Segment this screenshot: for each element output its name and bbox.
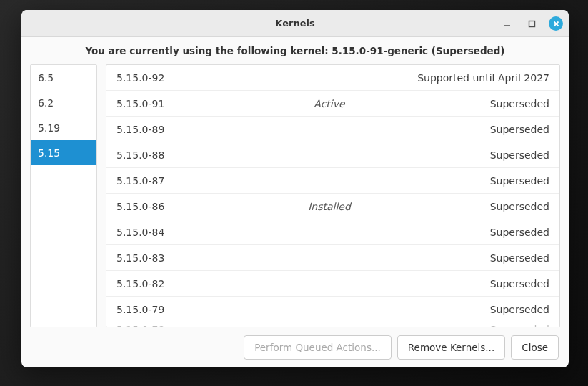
maximize-button[interactable] <box>524 16 539 31</box>
kernel-status: Superseded <box>407 98 549 109</box>
sidebar-item-5-19[interactable]: 5.19 <box>31 115 96 140</box>
kernel-row[interactable]: 5.15.0-88 Superseded <box>106 142 559 168</box>
sidebar-item-label: 6.2 <box>38 97 54 109</box>
kernel-row[interactable]: 5.15.0-87 Superseded <box>106 168 559 194</box>
kernel-status: Superseded <box>407 252 549 264</box>
kernel-status: Superseded <box>407 278 549 290</box>
content-area: 6.5 6.2 5.19 5.15 5.15.0-92 Supported un… <box>21 64 569 327</box>
kernel-list[interactable]: 5.15.0-92 Supported until April 2027 5.1… <box>106 64 560 327</box>
kernel-version: 5.15.0-83 <box>116 252 252 264</box>
kernels-window: Kernels <box>21 10 569 367</box>
kernel-row-partial[interactable]: 5.15.0-78 Superseded <box>106 322 559 327</box>
minimize-button[interactable] <box>500 16 514 31</box>
kernel-row[interactable]: 5.15.0-82 Superseded <box>106 271 559 297</box>
kernel-middle: Active <box>252 98 407 109</box>
sidebar-item-5-15[interactable]: 5.15 <box>31 140 96 165</box>
kernel-middle: Installed <box>252 201 407 212</box>
sidebar-item-label: 5.19 <box>38 122 60 134</box>
kernel-version: 5.15.0-87 <box>116 175 252 187</box>
minimize-icon <box>503 19 512 28</box>
sidebar-item-6-5[interactable]: 6.5 <box>31 65 96 90</box>
subtitle-bar: You are currently using the following ke… <box>21 37 569 64</box>
kernel-row[interactable]: 5.15.0-79 Superseded <box>106 297 559 322</box>
kernel-row[interactable]: 5.15.0-91 Active Superseded <box>106 91 559 117</box>
perform-queued-actions-button[interactable]: Perform Queued Actions... <box>244 335 392 360</box>
kernel-version: 5.15.0-86 <box>116 201 252 212</box>
kernel-row[interactable]: 5.15.0-84 Superseded <box>106 219 559 245</box>
sidebar-item-label: 6.5 <box>38 72 54 84</box>
maximize-icon <box>528 20 536 28</box>
close-window-button[interactable] <box>549 16 563 31</box>
kernel-version: 5.15.0-78 <box>116 324 252 327</box>
kernel-status: Superseded <box>407 304 549 315</box>
button-label: Remove Kernels... <box>408 342 494 353</box>
remove-kernels-button[interactable]: Remove Kernels... <box>397 335 505 360</box>
footer: Perform Queued Actions... Remove Kernels… <box>21 327 569 367</box>
button-label: Perform Queued Actions... <box>254 342 381 353</box>
sidebar-item-label: 5.15 <box>38 147 60 159</box>
kernel-status: Superseded <box>407 324 549 327</box>
kernel-row[interactable]: 5.15.0-86 Installed Superseded <box>106 194 559 219</box>
close-button[interactable]: Close <box>511 335 559 360</box>
titlebar: Kernels <box>21 10 569 37</box>
kernel-version: 5.15.0-82 <box>116 278 252 290</box>
kernel-version: 5.15.0-79 <box>116 304 252 315</box>
kernel-series-sidebar[interactable]: 6.5 6.2 5.19 5.15 <box>30 64 97 327</box>
svg-rect-1 <box>529 21 534 26</box>
sidebar-item-6-2[interactable]: 6.2 <box>31 90 96 115</box>
kernel-status: Superseded <box>407 124 549 135</box>
kernel-version: 5.15.0-84 <box>116 227 252 238</box>
kernel-status: Superseded <box>407 201 549 212</box>
kernel-status: Superseded <box>407 227 549 238</box>
kernel-row[interactable]: 5.15.0-89 Superseded <box>106 117 559 142</box>
window-controls <box>500 10 563 37</box>
kernel-status: Superseded <box>407 149 549 161</box>
kernel-row[interactable]: 5.15.0-92 Supported until April 2027 <box>106 65 559 91</box>
kernel-version: 5.15.0-88 <box>116 149 252 161</box>
kernel-version: 5.15.0-89 <box>116 124 252 135</box>
button-label: Close <box>522 342 548 353</box>
window-title: Kernels <box>275 18 314 29</box>
kernel-status: Superseded <box>407 175 549 187</box>
desktop-background: Kernels <box>0 0 588 386</box>
kernel-version: 5.15.0-91 <box>116 98 252 109</box>
close-icon <box>552 20 560 28</box>
kernel-version: 5.15.0-92 <box>116 72 252 84</box>
current-kernel-text: You are currently using the following ke… <box>85 45 504 56</box>
kernel-status: Supported until April 2027 <box>407 72 549 84</box>
kernel-row[interactable]: 5.15.0-83 Superseded <box>106 245 559 271</box>
